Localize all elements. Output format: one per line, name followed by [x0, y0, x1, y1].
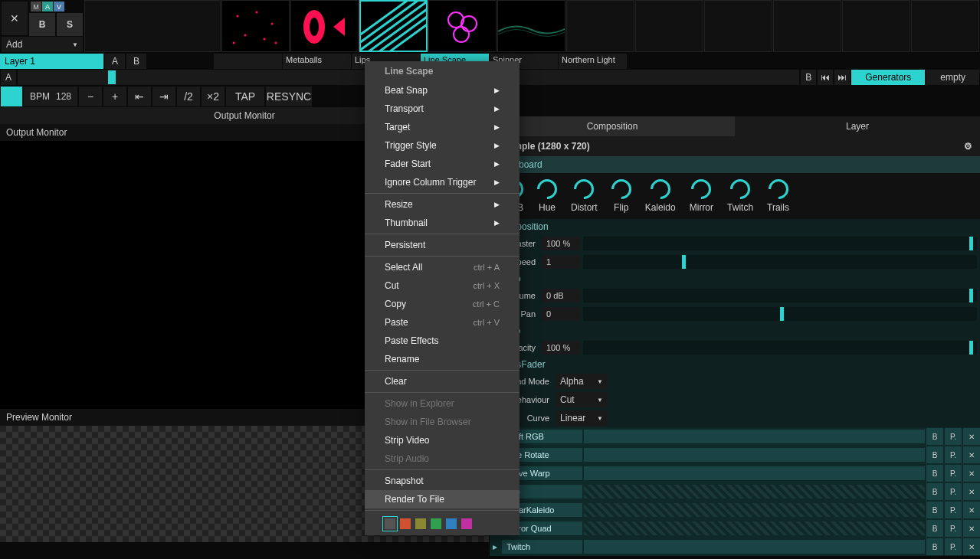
ctx-render-to-file[interactable]: Render To File: [365, 490, 519, 508]
effect-slider[interactable]: [584, 540, 925, 554]
clip-line-scape[interactable]: [359, 0, 428, 52]
clip-name[interactable]: Metaballs: [283, 54, 351, 69]
volume-value[interactable]: 0 dB: [542, 289, 580, 302]
audio-section[interactable]: Audio: [490, 271, 980, 286]
add-layer-dropdown[interactable]: Add ▼: [2, 37, 83, 52]
color-swatch[interactable]: [431, 518, 441, 529]
empty-clip[interactable]: [704, 0, 772, 52]
effect-preset-button[interactable]: P.: [945, 538, 962, 555]
effect-slider[interactable]: [584, 466, 925, 480]
audio-badge[interactable]: A: [42, 2, 53, 11]
curve-select[interactable]: Linear▼: [556, 410, 608, 426]
effect-slider[interactable]: [584, 485, 925, 499]
effect-remove-button[interactable]: ✕: [963, 446, 980, 463]
pan-value[interactable]: 0: [542, 307, 580, 321]
crossfader-handle[interactable]: [108, 70, 116, 84]
bpm-plus-button[interactable]: +: [103, 87, 126, 106]
effect-bypass-button[interactable]: B: [926, 465, 943, 482]
video-section[interactable]: Video: [490, 323, 980, 338]
behaviour-select[interactable]: Cut▼: [556, 392, 608, 407]
solo-button[interactable]: S: [57, 13, 83, 36]
bpm-minus-button[interactable]: −: [79, 87, 102, 106]
effect-slider[interactable]: [584, 430, 925, 443]
next-column-button[interactable]: ⏭: [834, 70, 850, 85]
effect-preset-button[interactable]: P.: [945, 520, 962, 537]
color-swatch[interactable]: [385, 518, 395, 529]
tab-layer[interactable]: Layer: [735, 116, 980, 136]
dial-distort[interactable]: Distort: [571, 179, 598, 213]
effect-slider[interactable]: [584, 503, 925, 517]
tap-button[interactable]: TAP: [226, 87, 264, 106]
empty-clip[interactable]: [773, 0, 841, 52]
master-slider[interactable]: [583, 237, 977, 250]
ctx-item-trigger-style[interactable]: Trigger Style▶: [365, 136, 519, 155]
effect-preset-button[interactable]: P.: [945, 446, 962, 463]
effect-bypass-button[interactable]: B: [926, 520, 943, 537]
effect-bypass-button[interactable]: B: [926, 446, 943, 463]
layer-bus-b[interactable]: B: [126, 54, 146, 69]
effect-bypass-button[interactable]: B: [926, 428, 943, 445]
effect-remove-button[interactable]: ✕: [963, 483, 980, 500]
layer-bus-a[interactable]: A: [105, 54, 125, 69]
color-swatch[interactable]: [446, 518, 457, 529]
blend-mode-select[interactable]: Alpha▼: [556, 374, 608, 389]
bypass-button[interactable]: B: [29, 13, 55, 36]
dial-flip[interactable]: Flip: [611, 179, 631, 213]
bpm-display[interactable]: BPM 128: [24, 87, 77, 106]
effect-remove-button[interactable]: ✕: [963, 520, 980, 537]
empty-clip[interactable]: [911, 0, 979, 52]
tab-composition[interactable]: Composition: [490, 116, 735, 136]
dial-trails[interactable]: Trails: [767, 179, 789, 213]
nudge-right-button[interactable]: ⇥: [152, 87, 175, 106]
speed-value[interactable]: 1: [542, 255, 580, 269]
ctx-item-transport[interactable]: Transport▶: [365, 100, 519, 118]
ctx-item-paste[interactable]: Pastectrl + V: [365, 313, 519, 332]
effect-bypass-button[interactable]: B: [926, 538, 943, 555]
dial-twitch[interactable]: Twitch: [727, 179, 753, 213]
opacity-slider[interactable]: [583, 341, 977, 355]
effect-slider[interactable]: [584, 521, 925, 535]
opacity-value[interactable]: 100 %: [542, 341, 580, 355]
ctx-item-select-all[interactable]: Select Allctrl + A: [365, 258, 519, 276]
effect-slider[interactable]: [584, 448, 925, 462]
prev-column-button[interactable]: ⏮: [818, 70, 833, 85]
crossfader-section[interactable]: CrossFader: [490, 357, 980, 372]
ctx-item-rename[interactable]: Rename: [365, 350, 519, 368]
master-value[interactable]: 100 %: [542, 237, 580, 250]
triangle-right-icon[interactable]: ▸: [490, 541, 500, 552]
ctx-item-cut[interactable]: Cutctrl + X: [365, 276, 519, 295]
ctx-item-copy[interactable]: Copyctrl + C: [365, 295, 519, 313]
gear-icon[interactable]: ⚙: [964, 141, 972, 152]
effect-preset-button[interactable]: P.: [945, 428, 962, 445]
empty-slot[interactable]: [84, 0, 221, 52]
mask-badge[interactable]: M: [31, 2, 41, 11]
effect-remove-button[interactable]: ✕: [963, 538, 980, 555]
deck-a-button[interactable]: A: [1, 70, 16, 85]
bpm-double-button[interactable]: ×2: [202, 87, 225, 106]
dial-kaleido[interactable]: Kaleido: [645, 179, 676, 213]
nudge-left-button[interactable]: ⇤: [128, 87, 151, 106]
ctx-item-fader-start[interactable]: Fader Start▶: [365, 155, 519, 173]
dashboard-header[interactable]: Dashboard: [490, 156, 980, 173]
clip-metaballs[interactable]: [221, 0, 290, 52]
effect-bypass-button[interactable]: B: [926, 483, 943, 500]
ctx-item-beat-snap[interactable]: Beat Snap▶: [365, 81, 519, 100]
ctx-item-target[interactable]: Target▶: [365, 118, 519, 136]
ctx-item-strip-video[interactable]: Strip Video: [365, 431, 519, 449]
ctx-item-paste-effects[interactable]: Paste Effects: [365, 332, 519, 350]
ctx-item-thumbnail[interactable]: Thumbnail▶: [365, 214, 519, 232]
ctx-item-ignore-column-trigger[interactable]: Ignore Column Trigger▶: [365, 173, 519, 191]
effect-name[interactable]: Twitch: [502, 540, 582, 554]
color-swatch[interactable]: [400, 518, 411, 529]
effect-remove-button[interactable]: ✕: [963, 465, 980, 482]
effect-preset-button[interactable]: P.: [945, 483, 962, 500]
clip-lips[interactable]: [290, 0, 359, 52]
empty-tab[interactable]: empty: [926, 70, 979, 85]
effect-preset-button[interactable]: P.: [945, 502, 962, 518]
color-swatch[interactable]: [461, 518, 472, 529]
ctx-persistent[interactable]: Persistent: [365, 236, 519, 254]
generators-tab[interactable]: Generators: [851, 70, 925, 85]
video-badge[interactable]: V: [54, 2, 64, 11]
color-swatch[interactable]: [415, 518, 426, 529]
ctx-item-resize[interactable]: Resize▶: [365, 195, 519, 214]
